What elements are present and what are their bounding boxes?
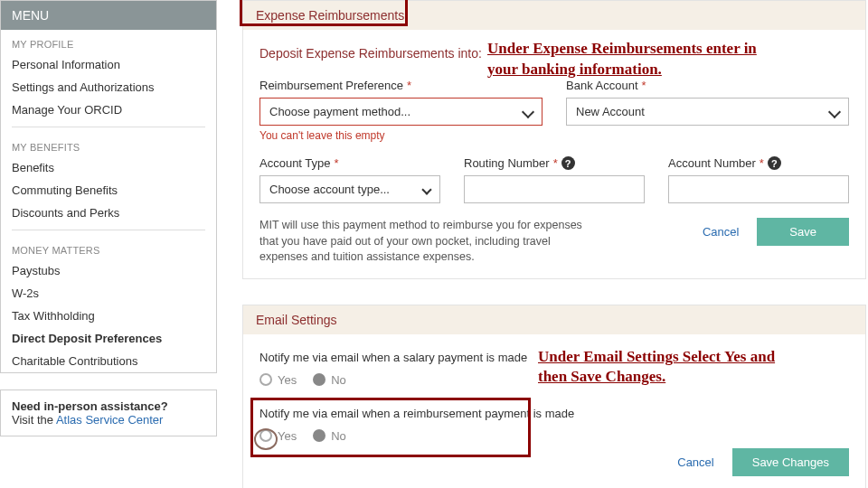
sidebar-item-paystubs[interactable]: Paystubs — [1, 259, 216, 282]
menu-section-money: MONEY MATTERS — [1, 236, 216, 259]
routing-label: Routing Number * ? — [464, 156, 645, 170]
cancel-button[interactable]: Cancel — [703, 225, 739, 239]
reimb-no-radio[interactable]: No — [313, 429, 346, 443]
assist-box: Need in-person assistance? Visit the Atl… — [0, 389, 217, 436]
divider — [12, 230, 205, 230]
expense-panel-header: Expense Reimbursements — [243, 1, 865, 30]
email-panel-header: Email Settings — [243, 305, 865, 334]
bank-select[interactable]: New Account — [566, 98, 849, 126]
acct-num-label: Account Number * ? — [668, 156, 849, 170]
radio-label-no: No — [331, 429, 346, 443]
sidebar-item-charitable[interactable]: Charitable Contributions — [1, 350, 216, 372]
radio-label-yes: Yes — [278, 429, 297, 443]
pref-select[interactable]: Choose payment method... — [259, 98, 542, 126]
divider — [12, 127, 205, 127]
sidebar-item-w2[interactable]: W-2s — [1, 282, 216, 305]
sidebar-item-commuting[interactable]: Commuting Benefits — [1, 179, 216, 202]
assist-question: Need in-person assistance? — [12, 399, 168, 413]
expense-note: MIT will use this payment method to reim… — [259, 218, 585, 266]
bank-label: Bank Account * — [566, 79, 849, 92]
annotation-expense: Under Expense Reimbursements enter in yo… — [487, 39, 777, 80]
radio-label-yes: Yes — [278, 373, 297, 387]
salary-no-radio[interactable]: No — [313, 373, 346, 387]
email-q-reimb: Notify me via email when a reimbursement… — [259, 407, 849, 420]
menu-header: MENU — [1, 1, 216, 30]
sidebar-item-personal-info[interactable]: Personal Information — [1, 53, 216, 76]
menu-section-profile: MY PROFILE — [1, 30, 216, 53]
chevron-down-icon — [828, 105, 841, 117]
acct-type-label: Account Type * — [259, 156, 440, 170]
sidebar-item-discounts[interactable]: Discounts and Perks — [1, 202, 216, 224]
chevron-down-icon — [522, 105, 534, 117]
acct-num-input[interactable] — [668, 175, 849, 203]
expense-panel: Expense Reimbursements Under Expense Rei… — [242, 0, 866, 279]
menu-section-benefits: MY BENEFITS — [1, 133, 216, 156]
sidebar-item-direct-deposit[interactable]: Direct Deposit Preferences — [1, 327, 216, 350]
expense-panel-title: Expense Reimbursements — [256, 8, 404, 23]
pref-error: You can't leave this empty — [259, 129, 542, 142]
pref-select-value: Choose payment method... — [269, 105, 410, 118]
acct-type-value: Choose account type... — [269, 183, 390, 196]
bank-select-value: New Account — [576, 105, 645, 118]
reimb-yes-radio[interactable]: Yes — [259, 429, 297, 443]
sidebar-menu: MENU MY PROFILE Personal Information Set… — [0, 0, 217, 373]
help-icon[interactable]: ? — [768, 156, 781, 170]
annotation-email: Under Email Settings Select Yes and then… — [538, 347, 791, 389]
sidebar-item-tax[interactable]: Tax Withholding — [1, 305, 216, 327]
pref-label: Reimbursement Preference * — [259, 79, 542, 92]
acct-type-select[interactable]: Choose account type... — [259, 175, 440, 203]
salary-yes-radio[interactable]: Yes — [259, 373, 297, 387]
assist-prefix: Visit the — [12, 413, 56, 427]
cancel-button[interactable]: Cancel — [677, 455, 713, 469]
sidebar-item-settings-auth[interactable]: Settings and Authorizations — [1, 76, 216, 99]
email-panel: Email Settings Under Email Settings Sele… — [242, 305, 866, 489]
radio-label-no: No — [331, 373, 346, 387]
save-button[interactable]: Save — [757, 218, 849, 246]
help-icon[interactable]: ? — [561, 156, 575, 170]
sidebar-item-orcid[interactable]: Manage Your ORCID — [1, 99, 216, 121]
sidebar-item-benefits[interactable]: Benefits — [1, 156, 216, 179]
save-changes-button[interactable]: Save Changes — [732, 448, 849, 476]
routing-input[interactable] — [464, 175, 645, 203]
chevron-down-icon — [421, 184, 431, 194]
assist-link[interactable]: Atlas Service Center — [56, 413, 164, 427]
